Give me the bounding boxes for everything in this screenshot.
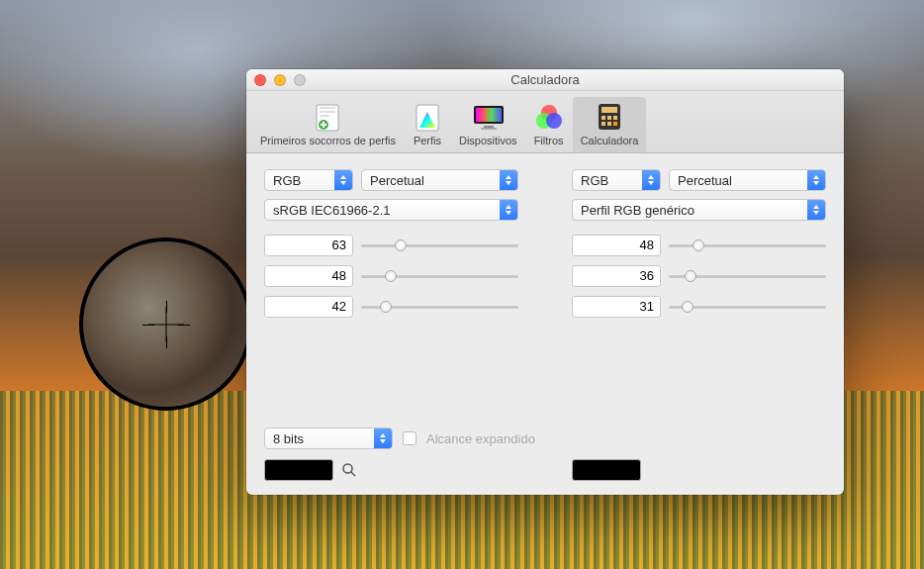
svg-rect-4 <box>476 108 502 122</box>
toolbar-first-aid[interactable]: Primeiros socorros de perfis <box>252 97 404 152</box>
select-value: 8 bits <box>273 431 304 446</box>
source-column: RGB Percetual sRGB IEC61966-2.1 63 <box>264 169 518 318</box>
calculator-icon <box>594 101 625 133</box>
select-value: RGB <box>273 173 301 188</box>
svg-rect-17 <box>613 122 617 126</box>
select-value: sRGB IEC61966-2.1 <box>273 203 391 218</box>
svg-rect-15 <box>601 122 605 126</box>
source-channel-value[interactable]: 63 <box>264 235 353 256</box>
toolbar: Primeiros socorros de perfis Perfis Disp… <box>246 91 844 153</box>
magnifier-icon[interactable] <box>341 462 357 478</box>
svg-rect-6 <box>481 128 497 130</box>
svg-rect-11 <box>601 107 617 113</box>
source-color-swatch <box>264 459 333 481</box>
toolbar-label: Calculadora <box>581 135 639 146</box>
svg-rect-5 <box>484 126 494 128</box>
close-window-button[interactable] <box>254 74 266 86</box>
source-channel-slider[interactable] <box>361 235 518 256</box>
toolbar-label: Dispositivos <box>459 135 517 146</box>
destination-channel-value[interactable]: 36 <box>572 265 661 287</box>
devices-icon <box>472 101 504 133</box>
select-arrows-icon <box>500 200 517 220</box>
select-arrows-icon <box>374 428 392 448</box>
toolbar-label: Primeiros socorros de perfis <box>260 135 396 146</box>
filters-icon <box>533 101 565 133</box>
select-arrows-icon <box>334 170 352 190</box>
source-channel-value[interactable]: 48 <box>264 265 353 287</box>
svg-line-19 <box>351 472 355 476</box>
toolbar-filters[interactable]: Filtros <box>525 97 573 152</box>
window-title: Calculadora <box>246 72 844 87</box>
source-channel-slider[interactable] <box>361 296 518 318</box>
source-channels: 63 48 42 <box>264 235 518 318</box>
extended-range-label: Alcance expandido <box>426 431 535 446</box>
toolbar-calculator[interactable]: Calculadora <box>573 97 647 152</box>
source-intent-select[interactable]: Percetual <box>361 169 518 191</box>
svg-rect-16 <box>607 122 611 126</box>
source-profile-select[interactable]: sRGB IEC61966-2.1 <box>264 199 518 221</box>
svg-point-9 <box>546 113 562 129</box>
profiles-icon <box>412 101 443 133</box>
destination-profile-select[interactable]: Perfil RGB genérico <box>572 199 826 221</box>
select-arrows-icon <box>807 170 825 190</box>
select-value: RGB <box>581 173 608 188</box>
first-aid-icon <box>312 101 343 133</box>
destination-column: RGB Percetual Perfil RGB genérico 48 <box>572 169 826 318</box>
destination-color-swatch <box>572 459 641 481</box>
source-color-model-select[interactable]: RGB <box>264 169 353 191</box>
destination-channels: 48 36 31 <box>572 235 826 318</box>
svg-point-18 <box>343 464 352 473</box>
toolbar-label: Perfis <box>414 135 441 146</box>
calculator-pane: RGB Percetual sRGB IEC61966-2.1 63 <box>246 153 844 495</box>
svg-rect-14 <box>613 116 617 120</box>
toolbar-devices[interactable]: Dispositivos <box>451 97 525 152</box>
svg-rect-13 <box>607 116 611 120</box>
destination-channel-value[interactable]: 48 <box>572 235 661 256</box>
select-value: Percetual <box>678 173 732 188</box>
select-arrows-icon <box>807 200 825 220</box>
extended-range-checkbox[interactable] <box>403 431 416 445</box>
select-value: Perfil RGB genérico <box>581 203 694 218</box>
window-titlebar: Calculadora <box>246 69 844 91</box>
bit-depth-select[interactable]: 8 bits <box>264 427 393 449</box>
destination-channel-slider[interactable] <box>669 265 826 287</box>
source-channel-value[interactable]: 42 <box>264 296 353 318</box>
zoom-window-button[interactable] <box>294 74 306 86</box>
destination-channel-slider[interactable] <box>669 235 826 256</box>
source-channel-slider[interactable] <box>361 265 518 287</box>
toolbar-profiles[interactable]: Perfis <box>404 97 451 152</box>
svg-rect-12 <box>601 116 605 120</box>
destination-channel-slider[interactable] <box>669 296 826 318</box>
destination-color-model-select[interactable]: RGB <box>572 169 661 191</box>
destination-intent-select[interactable]: Percetual <box>669 169 826 191</box>
select-value: Percetual <box>370 173 424 188</box>
colorsync-calculator-window: Calculadora Primeiros socorros de perfis… <box>246 69 844 495</box>
destination-channel-value[interactable]: 31 <box>572 296 661 318</box>
select-arrows-icon <box>642 170 660 190</box>
select-arrows-icon <box>500 170 517 190</box>
toolbar-label: Filtros <box>534 135 564 146</box>
minimize-window-button[interactable] <box>274 74 286 86</box>
color-sampler-loupe[interactable] <box>79 237 252 411</box>
